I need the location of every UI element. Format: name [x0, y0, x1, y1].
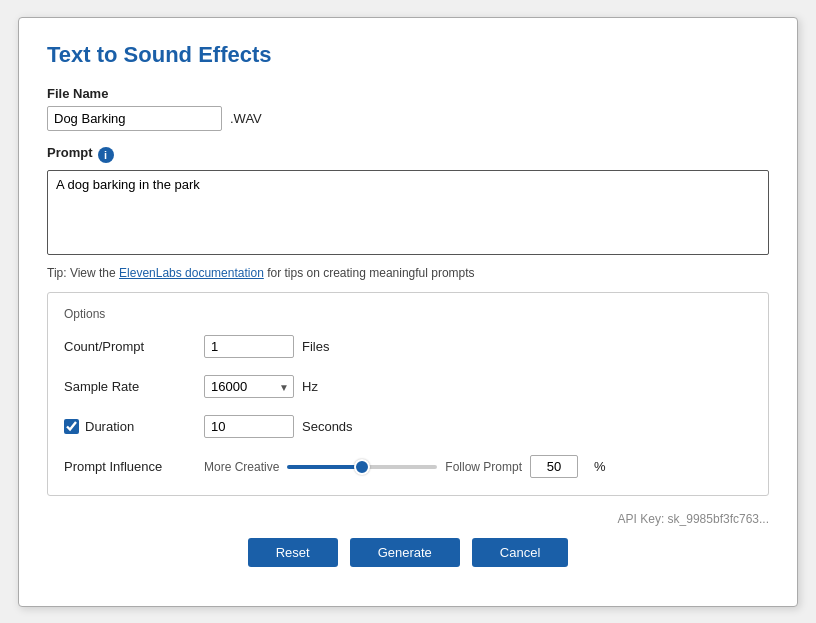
generate-button[interactable]: Generate	[350, 538, 460, 567]
sample-rate-label: Sample Rate	[64, 379, 204, 394]
influence-input[interactable]	[530, 455, 578, 478]
sample-rate-row: Sample Rate 16000 22050 44100 48000 ▼ Hz	[64, 373, 752, 401]
duration-row: Duration Seconds	[64, 413, 752, 441]
file-name-label: File Name	[47, 86, 769, 101]
count-prompt-unit: Files	[302, 339, 329, 354]
slider-row: More Creative Follow Prompt %	[204, 455, 606, 478]
elevenlabs-link[interactable]: ElevenLabs documentation	[119, 266, 264, 280]
prompt-info-icon[interactable]: i	[98, 147, 114, 163]
page-title: Text to Sound Effects	[47, 42, 769, 68]
reset-button[interactable]: Reset	[248, 538, 338, 567]
button-row: Reset Generate Cancel	[47, 538, 769, 567]
follow-prompt-label: Follow Prompt	[445, 460, 522, 474]
api-key-row: API Key: sk_9985bf3fc763...	[47, 512, 769, 526]
sample-rate-select-wrap: 16000 22050 44100 48000 ▼	[204, 375, 294, 398]
prompt-label-row: Prompt i	[47, 145, 769, 165]
prompt-label: Prompt	[47, 145, 93, 160]
tip-suffix: for tips on creating meaningful prompts	[264, 266, 475, 280]
tip-prefix: Tip: View the	[47, 266, 119, 280]
main-window: Text to Sound Effects File Name .WAV Pro…	[18, 17, 798, 607]
sample-rate-unit: Hz	[302, 379, 318, 394]
cancel-button[interactable]: Cancel	[472, 538, 568, 567]
prompt-textarea[interactable]	[47, 170, 769, 255]
file-name-input[interactable]	[47, 106, 222, 131]
duration-label: Duration	[85, 419, 134, 434]
options-box: Options Count/Prompt Files Sample Rate 1…	[47, 292, 769, 496]
more-creative-label: More Creative	[204, 460, 279, 474]
influence-unit: %	[594, 459, 606, 474]
options-title: Options	[64, 307, 752, 321]
duration-checkbox[interactable]	[64, 419, 79, 434]
sample-rate-select[interactable]: 16000 22050 44100 48000	[204, 375, 294, 398]
file-extension: .WAV	[230, 111, 262, 126]
prompt-influence-row: Prompt Influence More Creative Follow Pr…	[64, 453, 752, 481]
count-prompt-label: Count/Prompt	[64, 339, 204, 354]
influence-slider[interactable]	[287, 465, 437, 469]
tip-row: Tip: View the ElevenLabs documentation f…	[47, 266, 769, 280]
duration-unit: Seconds	[302, 419, 353, 434]
file-name-row: .WAV	[47, 106, 769, 131]
prompt-influence-label: Prompt Influence	[64, 459, 204, 474]
count-prompt-input[interactable]	[204, 335, 294, 358]
count-prompt-row: Count/Prompt Files	[64, 333, 752, 361]
api-key-text: API Key: sk_9985bf3fc763...	[618, 512, 769, 526]
duration-checkbox-wrap: Duration	[64, 419, 204, 434]
duration-input[interactable]	[204, 415, 294, 438]
